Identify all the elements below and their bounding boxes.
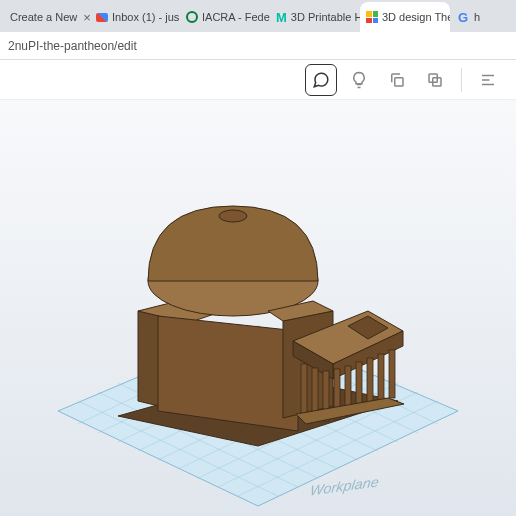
m-icon: M	[276, 10, 287, 24]
url-bar[interactable]: 2nuPI-the-pantheon/edit	[0, 32, 516, 60]
tab-label: h	[474, 11, 480, 23]
tab-3dprintable[interactable]: M 3D Printable H ×	[270, 2, 360, 32]
tab-iacra[interactable]: IACRA - Feder ×	[180, 2, 270, 32]
svg-rect-0	[395, 77, 403, 85]
tab-3ddesign[interactable]: 3D design The ×	[360, 2, 450, 32]
tab-label: IACRA - Feder	[202, 11, 270, 23]
tab-inbox[interactable]: Inbox (1) - jus ×	[90, 2, 180, 32]
bulb-button[interactable]	[343, 64, 375, 96]
close-icon[interactable]: ×	[83, 10, 90, 25]
tab-label: Create a New	[10, 11, 77, 23]
gmail-icon	[96, 10, 108, 24]
svg-point-26	[148, 246, 318, 316]
comment-button[interactable]	[305, 64, 337, 96]
align-button[interactable]	[472, 64, 504, 96]
iacra-icon	[186, 10, 198, 24]
separator	[461, 68, 462, 92]
svg-marker-3	[58, 326, 458, 506]
google-icon: G	[456, 10, 470, 24]
canvas[interactable]: Workplane	[0, 100, 516, 516]
copy-button[interactable]	[381, 64, 413, 96]
tinkercad-icon	[366, 10, 378, 24]
tab-label: 3D design The	[382, 11, 450, 23]
tab-google[interactable]: G h	[450, 2, 486, 32]
paste-button[interactable]	[419, 64, 451, 96]
workplane-grid	[48, 316, 468, 516]
workplane: Workplane	[48, 316, 468, 516]
url-text: 2nuPI-the-pantheon/edit	[8, 39, 137, 53]
tab-create-new[interactable]: Create a New ×	[0, 2, 90, 32]
browser-tab-bar: Create a New × Inbox (1) - jus × IACRA -…	[0, 0, 516, 32]
tab-label: 3D Printable H	[291, 11, 360, 23]
tab-label: Inbox (1) - jus	[112, 11, 179, 23]
toolbar	[0, 60, 516, 100]
svg-point-27	[219, 210, 247, 222]
